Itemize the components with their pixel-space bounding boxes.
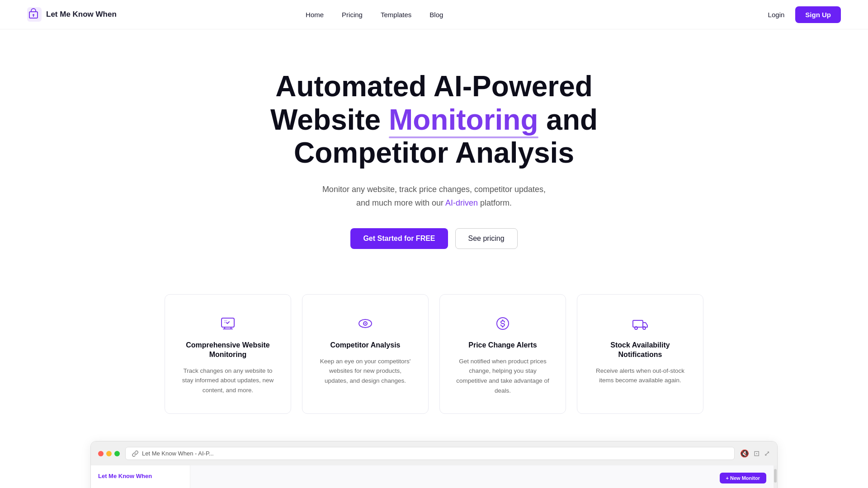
browser-sound-button[interactable]: 🔇 (740, 449, 749, 458)
svg-point-11 (643, 327, 646, 329)
login-link[interactable]: Login (768, 11, 785, 19)
signup-button[interactable]: Sign Up (795, 6, 841, 23)
feature-title-stock: Stock Availability Notifications (592, 341, 689, 360)
logo-link[interactable]: Let Me Know When (27, 7, 117, 22)
browser-content: Let Me Know When Dashboard + New Monitor (91, 465, 777, 488)
feature-desc-stock: Receive alerts when out-of-stock items b… (592, 366, 689, 385)
nav-actions: Login Sign Up (768, 6, 841, 23)
nav-blog[interactable]: Blog (429, 11, 443, 19)
hero-title-accent: Monitoring (389, 103, 538, 137)
feature-card-stock: Stock Availability Notifications Receive… (577, 294, 703, 414)
hero-subtitle-part3: platform. (478, 198, 512, 207)
dollar-icon (492, 313, 514, 334)
browser-dot-green (114, 451, 120, 456)
feature-card-website-monitoring: Comprehensive Website Monitoring Track c… (165, 294, 291, 414)
feature-desc-competitor: Keep an eye on your competitors' website… (317, 357, 414, 386)
hero-subtitle: Monitor any website, track price changes… (298, 183, 570, 210)
browser-dots (98, 451, 120, 456)
svg-point-10 (635, 327, 637, 329)
logo-text: Let Me Know When (46, 10, 117, 19)
feature-card-competitor-analysis: Competitor Analysis Keep an eye on your … (302, 294, 429, 414)
svg-point-7 (365, 323, 366, 324)
feature-desc-monitoring: Track changes on any website to stay inf… (179, 366, 276, 395)
browser-dot-yellow (106, 451, 112, 456)
navbar: Let Me Know When Home Pricing Templates … (0, 0, 868, 29)
hero-buttons: Get Started for FREE See pricing (27, 228, 841, 249)
svg-rect-9 (633, 320, 643, 327)
feature-title-competitor: Competitor Analysis (330, 341, 401, 350)
nav-templates[interactable]: Templates (381, 11, 411, 19)
browser-main-area: + New Monitor (190, 465, 774, 488)
browser-fullscreen-button[interactable]: ⤢ (764, 449, 770, 458)
feature-desc-price: Get notified when product prices change,… (454, 357, 551, 395)
truck-icon (629, 313, 651, 334)
eye-icon (354, 313, 376, 334)
monitor-icon (217, 313, 239, 334)
browser-sidebar-logo: Let Me Know When (98, 473, 183, 479)
browser-mockup: Let Me Know When - AI-P... 🔇 ⊡ ⤢ Let Me … (90, 441, 778, 488)
feature-title-monitoring: Comprehensive Website Monitoring (179, 341, 276, 360)
ai-driven-link[interactable]: AI-driven (445, 198, 478, 207)
logo-icon (27, 7, 42, 22)
hero-section: Automated AI-Powered Website Monitoring … (0, 29, 868, 276)
svg-point-2 (33, 14, 34, 16)
hero-subtitle-part2: and much more with our (356, 198, 445, 207)
hero-subtitle-part1: Monitor any website, track price changes… (322, 185, 546, 194)
nav-pricing[interactable]: Pricing (342, 11, 363, 19)
browser-scroll-thumb (774, 469, 777, 483)
browser-bar: Let Me Know When - AI-P... 🔇 ⊡ ⤢ (91, 441, 777, 465)
browser-scrollbar[interactable] (774, 465, 777, 488)
browser-pip-button[interactable]: ⊡ (754, 449, 760, 458)
browser-inner-button[interactable]: + New Monitor (720, 473, 766, 483)
link-icon (132, 450, 138, 457)
browser-url-text: Let Me Know When - AI-P... (142, 450, 214, 457)
get-started-button[interactable]: Get Started for FREE (350, 228, 448, 249)
browser-sidebar: Let Me Know When Dashboard (91, 465, 190, 488)
feature-card-price-alerts: Price Change Alerts Get notified when pr… (439, 294, 566, 414)
features-section: Comprehensive Website Monitoring Track c… (0, 276, 868, 432)
nav-home[interactable]: Home (306, 11, 324, 19)
browser-url-bar: Let Me Know When - AI-P... (125, 447, 735, 460)
hero-title: Automated AI-Powered Website Monitoring … (231, 70, 637, 170)
see-pricing-button[interactable]: See pricing (455, 228, 518, 249)
nav-links: Home Pricing Templates Blog (306, 11, 443, 19)
browser-action-buttons: 🔇 ⊡ ⤢ (740, 449, 770, 458)
feature-title-price: Price Change Alerts (468, 341, 537, 350)
browser-dot-red (98, 451, 104, 456)
